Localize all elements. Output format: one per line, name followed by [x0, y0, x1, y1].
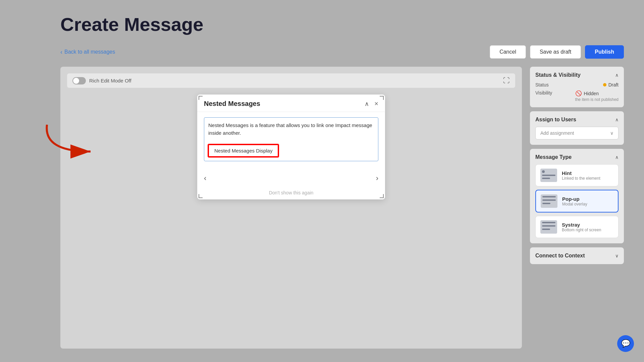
hint-type-name: Hint [562, 170, 600, 176]
visibility-sub: the item is not published [575, 97, 619, 102]
visibility-row: Visibility 🚫 Hidden the item is not publ… [535, 90, 619, 102]
modal-body-text: Nested Messages is a feature that allows… [204, 117, 378, 161]
resize-handle-tl[interactable] [199, 96, 203, 100]
action-buttons: Cancel Save as draft Publish [490, 45, 624, 59]
type-card-hint[interactable]: Hint Linked to the element [535, 164, 619, 186]
back-link[interactable]: ‹ Back to all messages [60, 49, 115, 56]
visibility-label: Visibility [535, 90, 552, 96]
connect-context-title: Connect to Context [535, 253, 585, 259]
assignment-chevron-icon: ∨ [610, 130, 613, 136]
popup-type-desc: Modal overlay [562, 202, 587, 206]
right-panel: Status & Visibility ∧ Status Draft Visib… [530, 67, 624, 349]
top-bar: ‹ Back to all messages Cancel Save as dr… [60, 45, 624, 59]
rich-edit-toggle[interactable]: Rich Edit Mode Off [72, 77, 131, 84]
editor-toolbar: Rich Edit Mode Off ⛶ [67, 73, 515, 88]
resize-handle-tr[interactable] [380, 96, 384, 100]
status-visibility-header: Status & Visibility ∧ [535, 72, 619, 78]
page-title: Create Message [60, 13, 624, 35]
toggle-switch[interactable] [72, 77, 86, 84]
hint-type-text: Hint Linked to the element [562, 170, 600, 181]
arrow-annotation [40, 121, 107, 162]
modal-nav-next[interactable]: › [376, 174, 378, 183]
back-label: Back to all messages [64, 49, 115, 55]
status-section-chevron[interactable]: ∧ [615, 72, 619, 78]
assign-users-chevron[interactable]: ∧ [615, 117, 619, 122]
hint-type-icon [540, 169, 557, 182]
modal-footer: Don't show this again [197, 186, 385, 199]
connect-context-chevron[interactable]: ∨ [615, 253, 619, 258]
message-type-title: Message Type [535, 154, 572, 160]
message-type-cards: Hint Linked to the element Pop-up [535, 164, 619, 238]
status-badge: Draft [603, 82, 619, 87]
popup-type-text: Pop-up Modal overlay [562, 196, 587, 206]
nested-display-button[interactable]: Nested Messages Display [208, 144, 278, 157]
visibility-value: 🚫 Hidden [575, 90, 619, 97]
message-type-section: Message Type ∧ Hint Linked to the elem [530, 149, 624, 243]
assign-users-header: Assign to Users ∧ [535, 117, 619, 123]
systray-type-icon [540, 220, 557, 234]
systray-type-desc: Bottom right of screen [562, 228, 601, 232]
message-type-header: Message Type ∧ [535, 154, 619, 160]
type-card-popup[interactable]: Pop-up Modal overlay [535, 190, 619, 213]
modal-nav-prev[interactable]: ‹ [204, 174, 206, 183]
status-visibility-title: Status & Visibility [535, 72, 581, 78]
assign-users-title: Assign to Users [535, 117, 576, 123]
chat-icon: 💬 [621, 339, 630, 348]
rich-edit-label: Rich Edit Mode Off [89, 78, 131, 83]
status-row: Status Draft [535, 82, 619, 87]
status-dot-icon [603, 83, 606, 86]
eye-slash-icon: 🚫 [575, 90, 582, 97]
cancel-button[interactable]: Cancel [490, 45, 526, 59]
connect-context-header: Connect to Context ∨ [535, 253, 619, 259]
add-assignment-dropdown[interactable]: Add assignment ∨ [535, 127, 619, 139]
expand-icon[interactable]: ⛶ [503, 77, 510, 84]
hint-type-desc: Linked to the element [562, 176, 600, 181]
status-visibility-section: Status & Visibility ∧ Status Draft Visib… [530, 67, 624, 107]
publish-button[interactable]: Publish [585, 45, 624, 59]
save-draft-button[interactable]: Save as draft [530, 45, 581, 59]
visibility-text: Hidden [584, 91, 599, 96]
content-area: Rich Edit Mode Off ⛶ [60, 67, 624, 349]
status-value: Draft [608, 82, 619, 87]
popup-type-name: Pop-up [562, 196, 587, 202]
resize-handle-br[interactable] [380, 194, 384, 198]
connect-context-section: Connect to Context ∨ [530, 247, 624, 264]
message-type-chevron[interactable]: ∧ [615, 155, 619, 160]
systray-type-text: Systray Bottom right of screen [562, 222, 601, 232]
chevron-left-icon: ‹ [60, 49, 62, 56]
modal-nav: ‹ › [197, 171, 385, 186]
add-assignment-label: Add assignment [540, 130, 574, 136]
nested-messages-modal: Nested Messages ∧ × Nested Messages is a… [197, 95, 385, 199]
editor-panel: Rich Edit Mode Off ⛶ [60, 67, 522, 349]
type-card-systray[interactable]: Systray Bottom right of screen [535, 216, 619, 238]
dont-show-label: Don't show this again [269, 190, 314, 195]
modal-title: Nested Messages [204, 100, 260, 108]
popup-type-icon [541, 194, 557, 208]
modal-body: Nested Messages is a feature that allows… [197, 112, 385, 171]
modal-close-button[interactable]: × [374, 100, 378, 108]
modal-header: Nested Messages ∧ × [197, 95, 385, 112]
systray-type-name: Systray [562, 222, 601, 228]
resize-handle-bl[interactable] [199, 194, 203, 198]
chat-fab-button[interactable]: 💬 [617, 335, 634, 352]
status-label: Status [535, 82, 549, 87]
assign-users-section: Assign to Users ∧ Add assignment ∨ [530, 111, 624, 145]
modal-collapse-icon[interactable]: ∧ [365, 100, 369, 108]
